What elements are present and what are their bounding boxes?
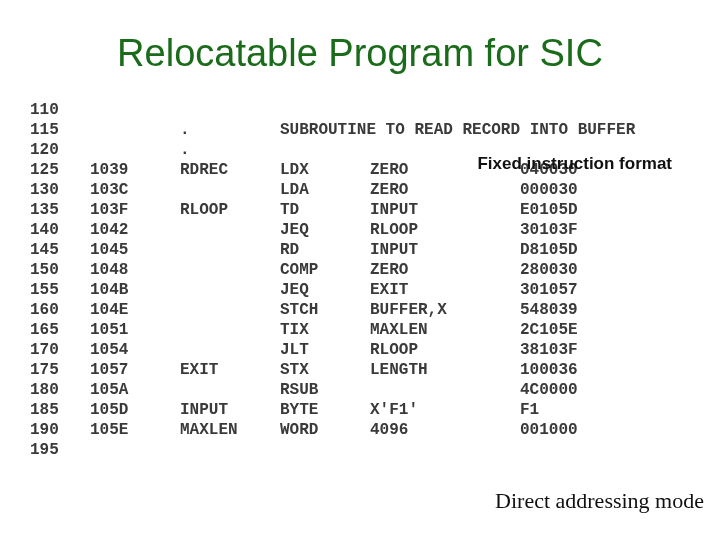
col-line: 160 bbox=[30, 300, 90, 320]
col-operand: RLOOP bbox=[370, 340, 520, 360]
col-line: 115 bbox=[30, 120, 90, 140]
col-loc: 1057 bbox=[90, 360, 180, 380]
listing-row: 130103CLDAZERO000030 bbox=[30, 180, 700, 200]
col-line: 170 bbox=[30, 340, 90, 360]
col-label: INPUT bbox=[180, 400, 280, 420]
col-obj: F1 bbox=[520, 400, 610, 420]
col-op: STX bbox=[280, 360, 370, 380]
col-line: 155 bbox=[30, 280, 90, 300]
col-loc: 1048 bbox=[90, 260, 180, 280]
col-line: 185 bbox=[30, 400, 90, 420]
listing-row: 1701054JLTRLOOP38103F bbox=[30, 340, 700, 360]
listing-row: 110 bbox=[30, 100, 700, 120]
col-label: RLOOP bbox=[180, 200, 280, 220]
col-label: . bbox=[180, 120, 280, 140]
col-obj: 2C105E bbox=[520, 320, 610, 340]
col-loc: 105E bbox=[90, 420, 180, 440]
col-operand: 4096 bbox=[370, 420, 520, 440]
col-obj: 4C0000 bbox=[520, 380, 610, 400]
col-line: 130 bbox=[30, 180, 90, 200]
listing-row: 1751057EXITSTXLENGTH100036 bbox=[30, 360, 700, 380]
listing-row: 135103FRLOOPTDINPUTE0105D bbox=[30, 200, 700, 220]
col-line: 195 bbox=[30, 440, 90, 460]
col-loc: 1045 bbox=[90, 240, 180, 260]
col-label: EXIT bbox=[180, 360, 280, 380]
col-loc: 1039 bbox=[90, 160, 180, 180]
col-op: STCH bbox=[280, 300, 370, 320]
col-label: RDREC bbox=[180, 160, 280, 180]
listing-row: 190105EMAXLENWORD4096001000 bbox=[30, 420, 700, 440]
col-line: 165 bbox=[30, 320, 90, 340]
listing-row: 185105DINPUTBYTEX'F1'F1 bbox=[30, 400, 700, 420]
col-operand: ZERO bbox=[370, 180, 520, 200]
col-obj: 000030 bbox=[520, 180, 610, 200]
col-op: RSUB bbox=[280, 380, 370, 400]
col-op: WORD bbox=[280, 420, 370, 440]
col-line: 140 bbox=[30, 220, 90, 240]
col-obj: 38103F bbox=[520, 340, 610, 360]
col-line: 175 bbox=[30, 360, 90, 380]
col-obj: E0105D bbox=[520, 200, 610, 220]
col-op: RD bbox=[280, 240, 370, 260]
listing-row: 1501048COMPZERO280030 bbox=[30, 260, 700, 280]
col-line: 135 bbox=[30, 200, 90, 220]
col-op: JEQ bbox=[280, 220, 370, 240]
col-loc: 1054 bbox=[90, 340, 180, 360]
listing-row: 180105ARSUB4C0000 bbox=[30, 380, 700, 400]
col-op: JLT bbox=[280, 340, 370, 360]
col-obj: 30103F bbox=[520, 220, 610, 240]
col-obj: 301057 bbox=[520, 280, 610, 300]
col-obj: 548039 bbox=[520, 300, 610, 320]
col-operand: INPUT bbox=[370, 240, 520, 260]
col-line: 110 bbox=[30, 100, 90, 120]
col-loc: 1042 bbox=[90, 220, 180, 240]
col-loc: 105D bbox=[90, 400, 180, 420]
col-loc: 105A bbox=[90, 380, 180, 400]
col-loc: 104B bbox=[90, 280, 180, 300]
listing-row: 1651051TIXMAXLEN2C105E bbox=[30, 320, 700, 340]
listing-row: 195 bbox=[30, 440, 700, 460]
col-operand: ZERO bbox=[370, 260, 520, 280]
col-line: 145 bbox=[30, 240, 90, 260]
col-op: LDX bbox=[280, 160, 370, 180]
col-line: 150 bbox=[30, 260, 90, 280]
listing-row: 1451045RDINPUTD8105D bbox=[30, 240, 700, 260]
col-operand: RLOOP bbox=[370, 220, 520, 240]
col-obj: 280030 bbox=[520, 260, 610, 280]
col-operand: LENGTH bbox=[370, 360, 520, 380]
col-loc: 1051 bbox=[90, 320, 180, 340]
col-op: TD bbox=[280, 200, 370, 220]
listing-row: 160104ESTCHBUFFER,X548039 bbox=[30, 300, 700, 320]
listing-row: 155104BJEQEXIT301057 bbox=[30, 280, 700, 300]
col-op: JEQ bbox=[280, 280, 370, 300]
col-line: 180 bbox=[30, 380, 90, 400]
col-op: LDA bbox=[280, 180, 370, 200]
col-operand: MAXLEN bbox=[370, 320, 520, 340]
col-label: . bbox=[180, 140, 280, 160]
col-obj: 100036 bbox=[520, 360, 610, 380]
col-comment: SUBROUTINE TO READ RECORD INTO BUFFER bbox=[280, 120, 635, 140]
col-loc: 103C bbox=[90, 180, 180, 200]
col-obj: D8105D bbox=[520, 240, 610, 260]
col-op: TIX bbox=[280, 320, 370, 340]
slide: Relocatable Program for SIC Fixed instru… bbox=[0, 0, 720, 540]
page-title: Relocatable Program for SIC bbox=[0, 32, 720, 75]
col-operand: BUFFER,X bbox=[370, 300, 520, 320]
col-op: COMP bbox=[280, 260, 370, 280]
listing-row: 115.SUBROUTINE TO READ RECORD INTO BUFFE… bbox=[30, 120, 700, 140]
col-label: MAXLEN bbox=[180, 420, 280, 440]
col-loc: 104E bbox=[90, 300, 180, 320]
col-operand: INPUT bbox=[370, 200, 520, 220]
col-operand: EXIT bbox=[370, 280, 520, 300]
col-operand: X'F1' bbox=[370, 400, 520, 420]
listing-row: 1401042JEQRLOOP30103F bbox=[30, 220, 700, 240]
col-line: 190 bbox=[30, 420, 90, 440]
col-line: 120 bbox=[30, 140, 90, 160]
col-op: BYTE bbox=[280, 400, 370, 420]
col-obj: 001000 bbox=[520, 420, 610, 440]
col-loc: 103F bbox=[90, 200, 180, 220]
annotation-fixed-format: Fixed instruction format bbox=[477, 154, 672, 174]
col-line: 125 bbox=[30, 160, 90, 180]
annotation-direct-mode: Direct addressing mode bbox=[495, 488, 704, 514]
